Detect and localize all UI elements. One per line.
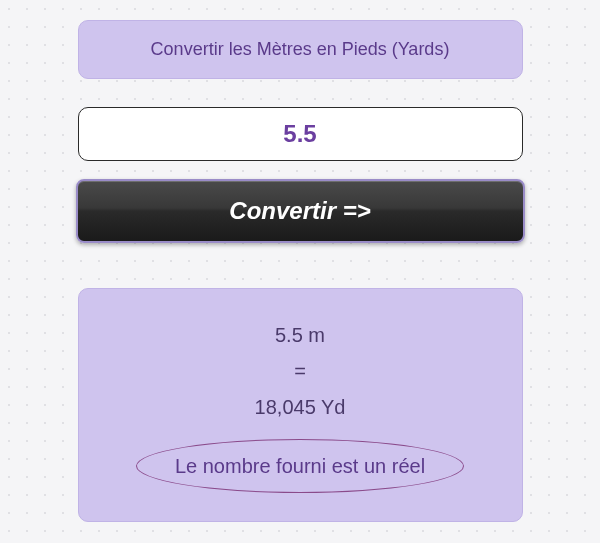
convert-button-label: Convertir => [229, 197, 370, 224]
convert-button[interactable]: Convertir => [76, 179, 525, 243]
result-target: 18,045 Yd [99, 391, 502, 423]
result-panel: 5.5 m = 18,045 Yd Le nombre fourni est u… [78, 288, 523, 522]
value-input[interactable] [78, 107, 523, 161]
result-source: 5.5 m [99, 319, 502, 351]
result-note-text: Le nombre fourni est un réel [175, 455, 425, 477]
conversion-title: Convertir les Mètres en Pieds (Yards) [78, 20, 523, 79]
title-text: Convertir les Mètres en Pieds (Yards) [151, 39, 450, 59]
result-note-bubble: Le nombre fourni est un réel [136, 439, 464, 493]
result-equals: = [99, 355, 502, 387]
